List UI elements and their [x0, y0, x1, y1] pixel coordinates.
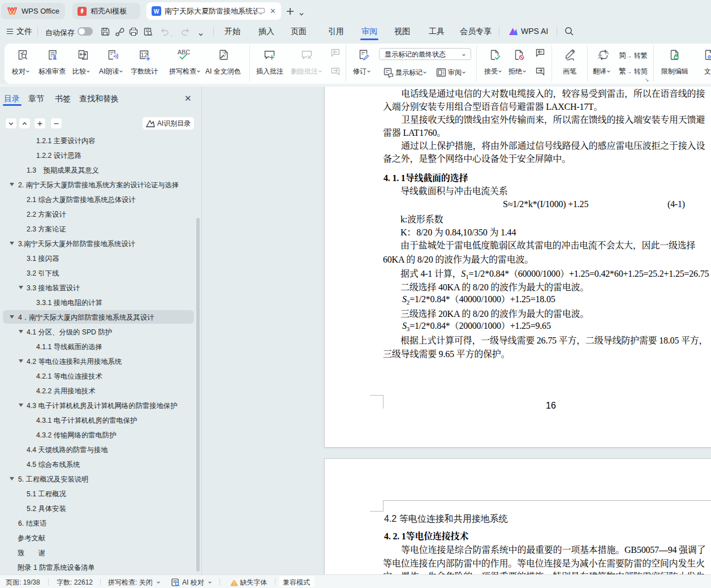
svg-text:文: 文 [598, 53, 603, 59]
svg-text:12: 12 [141, 51, 148, 58]
svg-text:A: A [605, 50, 609, 55]
svg-text:W: W [154, 8, 160, 15]
svg-text:ABC: ABC [178, 49, 191, 55]
